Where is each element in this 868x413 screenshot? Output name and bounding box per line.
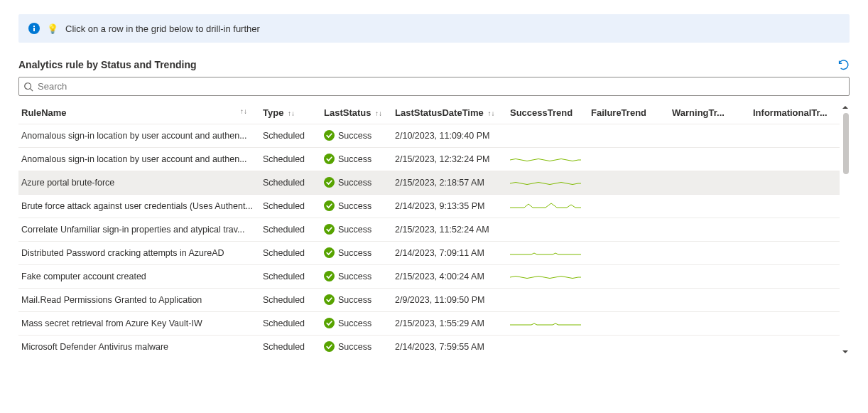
search-input[interactable] [33,80,845,93]
cell-failuretrend [588,242,669,265]
col-rulename[interactable]: RuleName ↑↓ [18,102,260,124]
cell-informationaltrend [750,148,840,171]
cell-warningtrend [669,148,750,171]
cell-successtrend [507,148,588,171]
scroll-up-icon[interactable] [841,103,850,112]
col-warningtrend[interactable]: WarningTr... [669,102,750,124]
cell-status: Success [321,124,392,148]
cell-warningtrend [669,242,750,265]
status-text: Success [338,154,371,164]
banner-text: Click on a row in the grid below to dril… [65,23,260,34]
cell-type: Scheduled [260,218,321,242]
info-icon [28,23,40,34]
section-title: Analytics rule by Status and Trending [18,59,197,70]
cell-warningtrend [669,312,750,336]
status-text: Success [338,248,371,258]
svg-line-4 [31,88,33,91]
sort-icon: ↑↓ [239,107,254,115]
cell-warningtrend [669,265,750,289]
cell-successtrend [507,124,588,148]
cell-warningtrend [669,124,750,148]
table-row[interactable]: Correlate Unfamiliar sign-in properties … [18,218,840,242]
status-text: Success [338,225,371,235]
cell-datetime: 2/15/2023, 11:52:24 AM [392,218,507,242]
scroll-down-icon[interactable] [841,348,850,356]
cell-datetime: 2/14/2023, 7:09:11 AM [392,242,507,265]
cell-type: Scheduled [260,124,321,148]
undo-icon[interactable] [837,58,850,71]
cell-status: Success [321,289,392,312]
search-box[interactable] [18,77,850,96]
table-row[interactable]: Distributed Password cracking attempts i… [18,242,840,265]
cell-successtrend [507,289,588,312]
info-banner: 💡 Click on a row in the grid below to dr… [18,14,850,43]
cell-successtrend [507,195,588,218]
svg-point-12 [324,294,335,305]
table-row[interactable]: Mass secret retrieval from Azure Key Vau… [18,312,840,336]
svg-point-13 [324,318,335,328]
col-type[interactable]: Type ↑↓ [260,102,321,124]
cell-rulename: Mail.Read Permissions Granted to Applica… [18,289,260,312]
cell-failuretrend [588,312,669,336]
table-row[interactable]: Azure portal brute-forceScheduledSuccess… [18,171,840,195]
scroll-thumb[interactable] [843,113,849,174]
cell-datetime: 2/15/2023, 2:18:57 AM [392,171,507,195]
col-laststatus[interactable]: LastStatus ↑↓ [321,102,392,124]
cell-informationaltrend [750,312,840,336]
status-text: Success [338,318,371,328]
cell-type: Scheduled [260,171,321,195]
col-failuretrend[interactable]: FailureTrend [588,102,669,124]
cell-successtrend [507,242,588,265]
table-row[interactable]: Mail.Read Permissions Granted to Applica… [18,289,840,312]
cell-rulename: Anomalous sign-in location by user accou… [18,148,260,171]
col-laststatus-label: LastStatus [324,107,371,118]
cell-successtrend [507,312,588,336]
cell-informationaltrend [750,124,840,148]
svg-point-8 [324,200,335,211]
cell-rulename: Microsoft Defender Antivirus malware [18,336,260,358]
cell-status: Success [321,242,392,265]
table-row[interactable]: Anomalous sign-in location by user accou… [18,148,840,171]
cell-status: Success [321,148,392,171]
cell-warningtrend [669,336,750,358]
col-informationaltrend[interactable]: InformationalTr... [750,102,840,124]
cell-informationaltrend [750,242,840,265]
svg-point-10 [324,247,335,258]
cell-rulename: Azure portal brute-force [18,171,260,195]
cell-failuretrend [588,336,669,358]
cell-type: Scheduled [260,312,321,336]
cell-successtrend [507,265,588,289]
success-icon [324,130,335,141]
cell-status: Success [321,336,392,358]
sparkline [510,155,581,163]
cell-informationaltrend [750,336,840,358]
cell-datetime: 2/10/2023, 11:09:40 PM [392,124,507,148]
lightbulb-icon: 💡 [47,23,58,34]
sparkline [510,319,581,328]
success-icon [324,177,335,188]
success-icon [324,294,335,305]
sparkline [510,272,581,281]
cell-informationaltrend [750,195,840,218]
cell-rulename: Mass secret retrieval from Azure Key Vau… [18,312,260,336]
cell-failuretrend [588,289,669,312]
scrollbar[interactable] [841,103,850,356]
svg-rect-1 [33,28,35,31]
sort-icon: ↑↓ [286,109,295,117]
success-icon [324,341,335,352]
cell-failuretrend [588,171,669,195]
col-successtrend[interactable]: SuccessTrend [507,102,588,124]
svg-point-14 [324,341,335,352]
search-icon [23,82,33,92]
sparkline [510,202,581,210]
status-text: Success [338,201,371,211]
cell-type: Scheduled [260,336,321,358]
table-row[interactable]: Fake computer account createdScheduledSu… [18,265,840,289]
table-row[interactable]: Brute force attack against user credenti… [18,195,840,218]
col-datetime[interactable]: LastStatusDateTime ↑↓ [392,102,507,124]
svg-rect-2 [33,26,35,27]
cell-status: Success [321,195,392,218]
table-row[interactable]: Microsoft Defender Antivirus malwareSche… [18,336,840,358]
table-row[interactable]: Anomalous sign-in location by user accou… [18,124,840,148]
cell-datetime: 2/14/2023, 7:59:55 AM [392,336,507,358]
